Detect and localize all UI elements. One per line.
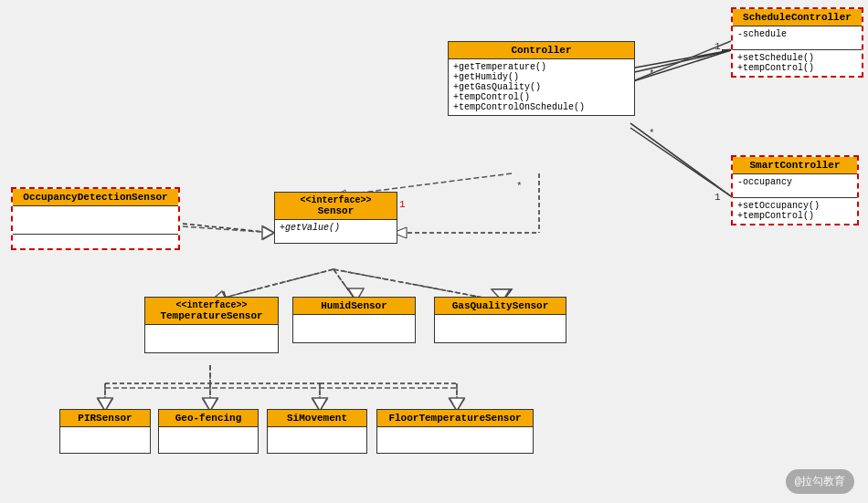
temperature-sensor-interface: <<interface>> TemperatureSensor	[144, 297, 279, 353]
mult-controller-smart-1: 1	[715, 192, 721, 203]
sensor-body: +getValue()	[275, 220, 397, 243]
diagram-container: Controller +getTemperature() +getHumidy(…	[0, 0, 868, 503]
smart-controller-class: SmartController -occupancy +setOccupancy…	[731, 155, 859, 225]
schedule-controller-header: ScheduleController	[733, 9, 862, 26]
svg-line-4	[630, 128, 731, 196]
gas-quality-sensor-header: GasQualitySensor	[435, 298, 566, 315]
schedule-controller-class: ScheduleController -schedule +setSchedul…	[731, 7, 863, 78]
mult-controller-smart-star: *	[649, 128, 655, 139]
svg-line-2	[630, 50, 731, 73]
svg-line-33	[183, 226, 274, 233]
controller-header: Controller	[449, 42, 634, 59]
humidity-sensor-header: HumidSensor	[293, 298, 415, 315]
geo-fencing-body	[159, 427, 258, 453]
temperature-sensor-body	[145, 325, 278, 352]
occupancy-sensor-methods	[13, 235, 178, 248]
mult-sensor-1: 1	[399, 199, 406, 210]
humidity-sensor-class: HumidSensor	[292, 297, 416, 343]
temperature-sensor-header: <<interface>> TemperatureSensor	[145, 298, 278, 325]
si-movement-class: SiMovement	[267, 409, 367, 454]
svg-line-30	[630, 123, 731, 196]
svg-line-3	[630, 50, 731, 68]
svg-marker-34	[262, 226, 274, 239]
geo-fencing-header: Geo-fencing	[159, 410, 258, 427]
sensor-interface: <<interface>> Sensor +getValue()	[274, 192, 397, 244]
pir-sensor-header: PIRSensor	[60, 410, 150, 427]
controller-method-5: +tempControlOnSchedule()	[453, 102, 630, 112]
pir-sensor-body	[60, 427, 150, 453]
controller-class: Controller +getTemperature() +getHumidy(…	[448, 41, 635, 116]
controller-body: +getTemperature() +getHumidy() +getGasQu…	[449, 59, 634, 115]
svg-line-27	[630, 50, 731, 82]
sensor-header: <<interface>> Sensor	[275, 193, 397, 220]
watermark: @拉勾教育	[786, 469, 854, 494]
geo-fencing-class: Geo-fencing	[158, 409, 259, 454]
gas-quality-sensor-body	[435, 315, 566, 342]
floor-temp-sensor-class: FloorTemperatureSensor	[376, 409, 534, 454]
controller-method-2: +getHumidy()	[453, 72, 630, 82]
controller-method-3: +getGasQuality()	[453, 82, 630, 92]
mult-controller-schedule-1: 1	[715, 41, 721, 52]
smart-controller-attrs: -occupancy	[733, 174, 857, 197]
schedule-controller-methods: +setSchedule() +tempControl()	[733, 50, 862, 76]
occupancy-sensor-body	[13, 206, 178, 234]
smart-controller-header: SmartController	[733, 157, 857, 174]
smart-controller-methods: +setOccupancy() +tempControl()	[733, 198, 857, 224]
svg-line-28	[630, 123, 731, 196]
occupancy-sensor-header: OccupancyDetectionSensor	[13, 189, 178, 206]
occupancy-sensor-class: OccupancyDetectionSensor	[11, 187, 180, 250]
controller-method-4: +tempControl()	[453, 92, 630, 102]
svg-marker-9	[263, 226, 274, 239]
mult-controller-schedule-star: *	[649, 68, 655, 79]
gas-quality-sensor-class: GasQualitySensor	[434, 297, 566, 343]
si-movement-body	[268, 427, 366, 453]
humidity-sensor-body	[293, 315, 415, 342]
floor-temp-sensor-body	[377, 427, 533, 453]
floor-temp-sensor-header: FloorTemperatureSensor	[377, 410, 533, 427]
svg-line-8	[183, 224, 274, 233]
mult-controller-sensor-star: *	[516, 181, 523, 192]
schedule-controller-attrs: -schedule	[733, 26, 862, 49]
pir-sensor-class: PIRSensor	[59, 409, 151, 454]
si-movement-header: SiMovement	[268, 410, 366, 427]
controller-method-1: +getTemperature()	[453, 62, 630, 72]
